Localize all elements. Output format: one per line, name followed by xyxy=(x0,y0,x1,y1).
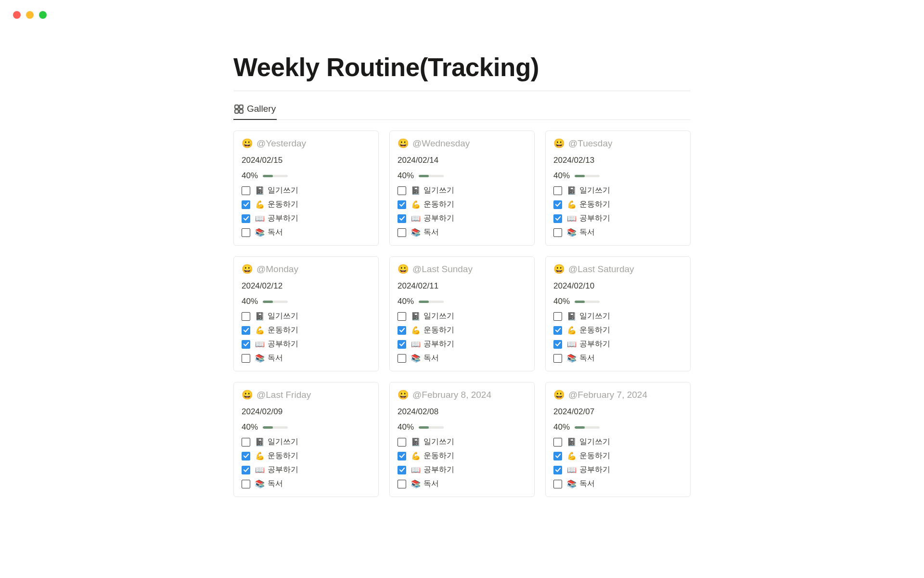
task-checkbox[interactable] xyxy=(242,480,250,488)
task-row: 📚독서 xyxy=(242,227,371,237)
card-emoji-icon: 😀 xyxy=(242,389,253,400)
progress-fill xyxy=(419,175,429,177)
card-title-row: 😀@Monday xyxy=(242,263,371,275)
progress-percent: 40% xyxy=(553,171,570,181)
task-row: 📖공부하기 xyxy=(553,213,682,223)
gallery-card[interactable]: 😀@Yesterday2024/02/1540%📓일기쓰기💪운동하기📖공부하기📚… xyxy=(233,131,379,246)
task-checkbox[interactable] xyxy=(553,466,562,474)
progress-row: 40% xyxy=(553,171,682,181)
task-label: 💪운동하기 xyxy=(567,325,610,335)
task-text: 공부하기 xyxy=(424,213,454,223)
task-list: 📓일기쓰기💪운동하기📖공부하기📚독서 xyxy=(553,185,682,237)
task-checkbox[interactable] xyxy=(553,228,562,237)
card-title-row: 😀@February 7, 2024 xyxy=(553,389,682,400)
task-checkbox[interactable] xyxy=(553,452,562,460)
task-emoji-icon: 📓 xyxy=(411,186,421,195)
task-checkbox[interactable] xyxy=(553,312,562,321)
card-title: @February 8, 2024 xyxy=(412,390,491,400)
task-label: 📚독서 xyxy=(255,227,283,237)
task-checkbox[interactable] xyxy=(553,214,562,223)
task-text: 공부하기 xyxy=(579,213,610,223)
task-emoji-icon: 📓 xyxy=(411,437,421,447)
task-checkbox[interactable] xyxy=(553,200,562,209)
card-title-row: 😀@Wednesday xyxy=(398,138,526,149)
task-checkbox[interactable] xyxy=(242,312,250,321)
progress-fill xyxy=(575,301,585,303)
task-checkbox[interactable] xyxy=(398,214,406,223)
task-checkbox[interactable] xyxy=(553,326,562,335)
card-date: 2024/02/15 xyxy=(242,156,371,165)
task-checkbox[interactable] xyxy=(398,438,406,447)
page-content: Weekly Routine(Tracking) Gallery 😀@Yeste… xyxy=(233,53,691,497)
gallery-card[interactable]: 😀@Last Friday2024/02/0940%📓일기쓰기💪운동하기📖공부하… xyxy=(233,382,379,497)
progress-percent: 40% xyxy=(242,422,258,432)
gallery-card[interactable]: 😀@February 7, 20242024/02/0740%📓일기쓰기💪운동하… xyxy=(545,382,691,497)
window-controls xyxy=(0,0,924,19)
task-checkbox[interactable] xyxy=(398,480,406,488)
task-checkbox[interactable] xyxy=(398,228,406,237)
task-text: 운동하기 xyxy=(424,325,454,335)
card-title: @Wednesday xyxy=(412,138,470,149)
task-checkbox[interactable] xyxy=(398,466,406,474)
task-text: 운동하기 xyxy=(268,325,298,335)
task-list: 📓일기쓰기💪운동하기📖공부하기📚독서 xyxy=(398,311,526,363)
gallery-card[interactable]: 😀@February 8, 20242024/02/0840%📓일기쓰기💪운동하… xyxy=(389,382,535,497)
task-checkbox[interactable] xyxy=(398,340,406,349)
progress-fill xyxy=(263,426,273,429)
progress-percent: 40% xyxy=(553,422,570,432)
card-title: @Tuesday xyxy=(568,138,612,149)
gallery-card[interactable]: 😀@Tuesday2024/02/1340%📓일기쓰기💪운동하기📖공부하기📚독서 xyxy=(545,131,691,246)
task-label: 💪운동하기 xyxy=(255,325,298,335)
task-checkbox[interactable] xyxy=(242,214,250,223)
task-checkbox[interactable] xyxy=(398,200,406,209)
task-checkbox[interactable] xyxy=(553,340,562,349)
card-title: @February 7, 2024 xyxy=(568,390,647,400)
task-label: 📖공부하기 xyxy=(411,339,454,349)
task-checkbox[interactable] xyxy=(398,452,406,460)
task-text: 공부하기 xyxy=(424,339,454,349)
task-checkbox[interactable] xyxy=(242,452,250,460)
task-checkbox[interactable] xyxy=(242,438,250,447)
task-row: 📖공부하기 xyxy=(242,339,371,349)
task-checkbox[interactable] xyxy=(398,354,406,363)
task-checkbox[interactable] xyxy=(398,186,406,195)
task-checkbox[interactable] xyxy=(553,186,562,195)
task-checkbox[interactable] xyxy=(242,186,250,195)
task-checkbox[interactable] xyxy=(398,312,406,321)
task-checkbox[interactable] xyxy=(398,326,406,335)
gallery-card[interactable]: 😀@Last Sunday2024/02/1140%📓일기쓰기💪운동하기📖공부하… xyxy=(389,256,535,371)
task-checkbox[interactable] xyxy=(242,466,250,474)
task-label: 📖공부하기 xyxy=(255,339,298,349)
tab-gallery[interactable]: Gallery xyxy=(233,100,277,120)
progress-fill xyxy=(575,175,585,177)
task-checkbox[interactable] xyxy=(242,354,250,363)
task-emoji-icon: 💪 xyxy=(411,451,421,460)
gallery-card[interactable]: 😀@Wednesday2024/02/1440%📓일기쓰기💪운동하기📖공부하기📚… xyxy=(389,131,535,246)
task-list: 📓일기쓰기💪운동하기📖공부하기📚독서 xyxy=(398,437,526,489)
progress-bar xyxy=(575,301,600,303)
task-checkbox[interactable] xyxy=(242,340,250,349)
task-text: 운동하기 xyxy=(579,325,610,335)
close-window-icon[interactable] xyxy=(13,11,21,19)
task-checkbox[interactable] xyxy=(242,200,250,209)
maximize-window-icon[interactable] xyxy=(39,11,47,19)
task-text: 독서 xyxy=(579,227,595,237)
task-label: 📓일기쓰기 xyxy=(411,311,454,321)
task-text: 운동하기 xyxy=(424,199,454,210)
task-text: 독서 xyxy=(424,227,439,237)
gallery-card[interactable]: 😀@Monday2024/02/1240%📓일기쓰기💪운동하기📖공부하기📚독서 xyxy=(233,256,379,371)
card-emoji-icon: 😀 xyxy=(398,263,409,275)
task-row: 📚독서 xyxy=(398,227,526,237)
task-list: 📓일기쓰기💪운동하기📖공부하기📚독서 xyxy=(553,311,682,363)
progress-bar xyxy=(419,426,444,429)
progress-bar xyxy=(263,175,288,177)
task-row: 💪운동하기 xyxy=(398,325,526,335)
task-label: 📚독서 xyxy=(411,479,439,489)
task-checkbox[interactable] xyxy=(242,228,250,237)
task-checkbox[interactable] xyxy=(553,438,562,447)
minimize-window-icon[interactable] xyxy=(26,11,34,19)
task-checkbox[interactable] xyxy=(242,326,250,335)
task-checkbox[interactable] xyxy=(553,354,562,363)
task-checkbox[interactable] xyxy=(553,480,562,488)
gallery-card[interactable]: 😀@Last Saturday2024/02/1040%📓일기쓰기💪운동하기📖공… xyxy=(545,256,691,371)
